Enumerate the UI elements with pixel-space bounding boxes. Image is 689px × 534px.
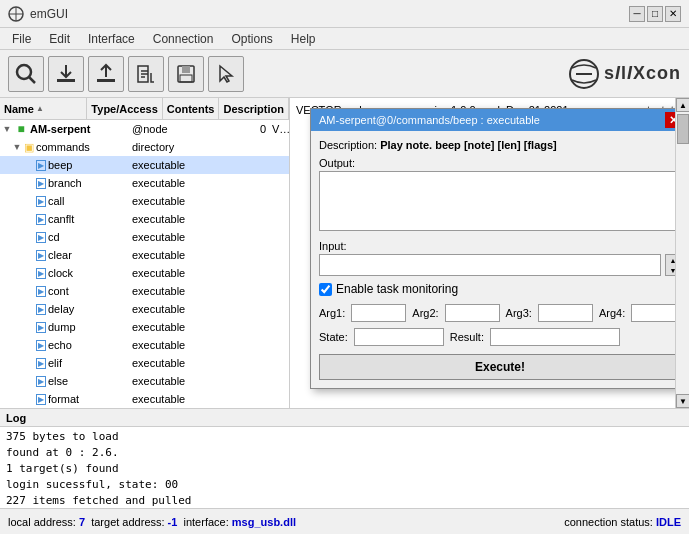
exec-icon-canflt: ▶: [36, 214, 46, 225]
log-line-0: 375 bytes to load: [6, 429, 683, 445]
svg-rect-6: [97, 79, 115, 82]
file-open-button[interactable]: [128, 56, 164, 92]
file-save-icon: [175, 63, 197, 85]
menu-edit[interactable]: Edit: [41, 30, 78, 48]
exec-icon-elif: ▶: [36, 358, 46, 369]
exec-icon-cd: ▶: [36, 232, 46, 243]
task-monitoring-row: Enable task monitoring: [319, 282, 681, 296]
exec-icon-branch: ▶: [36, 178, 46, 189]
tree-row-root[interactable]: ▼ ■ AM-serpent @node 0 VECTOR_valveservo…: [0, 120, 289, 138]
tree-row-branch[interactable]: ▶ ▶ branch executable: [0, 174, 289, 192]
task-monitoring-label: Enable task monitoring: [336, 282, 458, 296]
col-header-type: Type/Access: [87, 98, 162, 119]
menu-connection[interactable]: Connection: [145, 30, 222, 48]
tree-row-echo[interactable]: ▶ ▶ echo executable: [0, 336, 289, 354]
interface-value: msg_usb.dll: [232, 516, 296, 528]
log-line-4: 227 items fetched and pulled: [6, 493, 683, 508]
tree-row-clock[interactable]: ▶ ▶ clock executable: [0, 264, 289, 282]
exec-icon-beep: ▶: [36, 160, 46, 171]
tree-row-delay[interactable]: ▶ ▶ delay executable: [0, 300, 289, 318]
arg1-input[interactable]: [351, 304, 406, 322]
tree-row-format[interactable]: ▶ ▶ format executable: [0, 390, 289, 408]
exec-icon-echo: ▶: [36, 340, 46, 351]
tree-row-cd[interactable]: ▶ ▶ cd executable: [0, 228, 289, 246]
node-icon-root: ■: [14, 122, 28, 136]
title-bar: emGUI ─ □ ✕: [0, 0, 689, 28]
scroll-thumb[interactable]: [677, 114, 689, 144]
right-scrollbar[interactable]: ▲ ▼: [675, 98, 689, 408]
state-input[interactable]: [354, 328, 444, 346]
dialog-titlebar: AM-serpent@0/commands/beep : executable …: [311, 109, 689, 131]
exec-icon-call: ▶: [36, 196, 46, 207]
col-header-name: Name ▲: [0, 98, 87, 119]
log-line-3: login sucessful, state: 00: [6, 477, 683, 493]
exec-icon-clear: ▶: [36, 250, 46, 261]
svg-point-3: [17, 65, 31, 79]
download-button[interactable]: [48, 56, 84, 92]
cursor-icon: [215, 63, 237, 85]
exec-icon-cont: ▶: [36, 286, 46, 297]
svg-rect-5: [57, 79, 75, 82]
local-address-value: 7: [79, 516, 85, 528]
tree-row-canflt[interactable]: ▶ ▶ canflt executable: [0, 210, 289, 228]
app-icon: [8, 6, 24, 22]
col-header-desc: Description: [219, 98, 289, 119]
state-label: State:: [319, 331, 348, 343]
result-input[interactable]: [490, 328, 620, 346]
tree-row-clear[interactable]: ▶ ▶ clear executable: [0, 246, 289, 264]
tree-row-dump[interactable]: ▶ ▶ dump executable: [0, 318, 289, 336]
dialog-description-row: Description: Play note. beep [note] [len…: [319, 139, 681, 151]
tree-row-else[interactable]: ▶ ▶ else executable: [0, 372, 289, 390]
execute-button[interactable]: Execute!: [319, 354, 681, 380]
output-textarea[interactable]: [319, 171, 681, 231]
status-left: local address: 7 target address: -1 inte…: [8, 516, 345, 528]
menu-bar: File Edit Interface Connection Options H…: [0, 28, 689, 50]
menu-help[interactable]: Help: [283, 30, 324, 48]
menu-interface[interactable]: Interface: [80, 30, 143, 48]
minimize-button[interactable]: ─: [629, 6, 645, 22]
dialog-description-value: Play note. beep [note] [len] [flags]: [380, 139, 557, 151]
main-area: Name ▲ Type/Access Contents Description: [0, 98, 689, 508]
expand-icon-root: ▼: [2, 124, 12, 134]
file-save-button[interactable]: [168, 56, 204, 92]
close-button[interactable]: ✕: [665, 6, 681, 22]
arg2-input[interactable]: [445, 304, 500, 322]
arg3-input[interactable]: [538, 304, 593, 322]
upload-button[interactable]: [88, 56, 124, 92]
input-field[interactable]: [319, 254, 661, 276]
input-label: Input:: [319, 240, 681, 252]
exec-icon-dump: ▶: [36, 322, 46, 333]
log-body: 375 bytes to load found at 0 : 2.6. 1 ta…: [0, 427, 689, 508]
search-button[interactable]: [8, 56, 44, 92]
toolbar: sIlIXcon: [0, 50, 689, 98]
svg-line-4: [29, 77, 35, 83]
scroll-track: [676, 112, 689, 394]
col-header-contents: Contents: [163, 98, 220, 119]
exec-icon-else: ▶: [36, 376, 46, 387]
svg-rect-12: [182, 66, 190, 73]
scroll-up-button[interactable]: ▲: [676, 98, 689, 112]
arg1-label: Arg1:: [319, 307, 345, 319]
task-monitoring-checkbox[interactable]: [319, 283, 332, 296]
cursor-button[interactable]: [208, 56, 244, 92]
menu-file[interactable]: File: [4, 30, 39, 48]
status-right: connection status: IDLE: [345, 516, 682, 528]
tree-row-commands[interactable]: ▼ ▣ commands directory: [0, 138, 289, 156]
input-row: ▲ ▼: [319, 254, 681, 276]
tree-row-beep[interactable]: ▶ ▶ beep executable: [0, 156, 289, 174]
tree-row-elif[interactable]: ▶ ▶ elif executable: [0, 354, 289, 372]
executable-dialog: AM-serpent@0/commands/beep : executable …: [310, 108, 689, 389]
dialog-title: AM-serpent@0/commands/beep : executable: [319, 114, 540, 126]
menu-options[interactable]: Options: [223, 30, 280, 48]
file-open-icon: [135, 63, 157, 85]
tree-row-call[interactable]: ▶ ▶ call executable: [0, 192, 289, 210]
scroll-down-button[interactable]: ▼: [676, 394, 689, 408]
expand-icon-commands: ▼: [12, 142, 22, 152]
maximize-button[interactable]: □: [647, 6, 663, 22]
logo-area: sIlIXcon: [568, 58, 681, 90]
status-bar: local address: 7 target address: -1 inte…: [0, 508, 689, 534]
company-logo-text: sIlIXcon: [604, 63, 681, 84]
tree-row-cont[interactable]: ▶ ▶ cont executable: [0, 282, 289, 300]
arg4-label: Arg4:: [599, 307, 625, 319]
log-line-1: found at 0 : 2.6.: [6, 445, 683, 461]
